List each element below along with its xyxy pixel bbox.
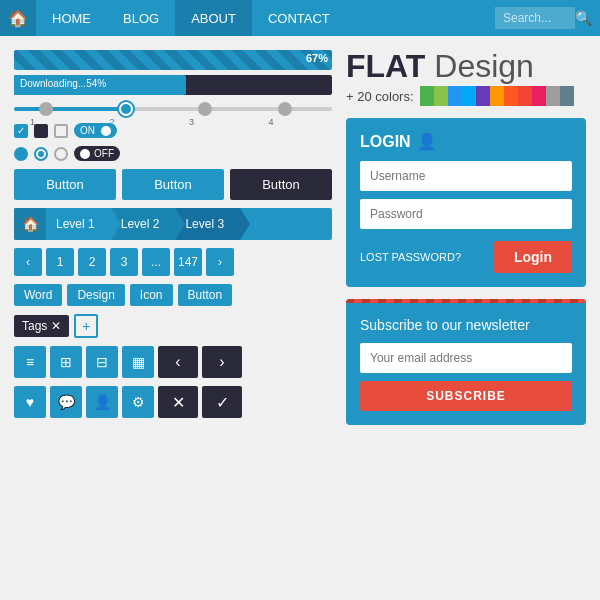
title-flat: FLAT <box>346 48 425 84</box>
tag-word[interactable]: Word <box>14 284 62 306</box>
pagination-next[interactable]: › <box>206 248 234 276</box>
newsletter-email-input[interactable] <box>360 343 572 373</box>
radio-empty[interactable] <box>54 147 68 161</box>
button-3[interactable]: Button <box>230 169 332 200</box>
password-input[interactable] <box>360 199 572 229</box>
breadcrumb-home-icon[interactable]: 🏠 <box>14 208 46 240</box>
lost-password-link[interactable]: LOST PASSWORD? <box>360 251 461 263</box>
toggle-knob-off <box>80 149 90 159</box>
nav-item-home[interactable]: HOME <box>36 0 107 36</box>
tag-remove-icon[interactable]: ✕ <box>51 319 61 333</box>
slider-label-1: 1 <box>30 117 35 127</box>
newsletter-box: Subscribe to our newsletter SUBSCRIBE <box>346 299 586 425</box>
close-btn[interactable]: ✕ <box>158 386 198 418</box>
slider-label-3: 3 <box>189 117 194 127</box>
search-icon[interactable]: 🔍 <box>575 10 592 26</box>
progress-bar-download <box>14 75 332 95</box>
nav-item-contact[interactable]: CONTACT <box>252 0 346 36</box>
subscribe-button[interactable]: SUBSCRIBE <box>360 381 572 411</box>
toggle-knob-on <box>101 126 111 136</box>
pagination-ellipsis[interactable]: ... <box>142 248 170 276</box>
right-panel: FLAT Design + 20 colors: <box>346 50 586 425</box>
slider-handle-1[interactable] <box>39 102 53 116</box>
settings-icon-btn[interactable]: ⚙ <box>122 386 154 418</box>
swatch-red <box>518 86 532 106</box>
navbar: 🏠 HOME BLOG ABOUT CONTACT 🔍 <box>0 0 600 36</box>
login-button[interactable]: Login <box>494 241 572 273</box>
swatch-green <box>420 86 434 106</box>
swatch-pink <box>532 86 546 106</box>
breadcrumb-level1[interactable]: Level 1 <box>46 208 111 240</box>
arrow-left-btn[interactable]: ‹ <box>158 346 198 378</box>
pagination-1[interactable]: 1 <box>46 248 74 276</box>
toggle-off-label: OFF <box>94 148 114 159</box>
radio-filled[interactable] <box>14 147 28 161</box>
toggle-off[interactable]: OFF <box>74 146 120 161</box>
title-design: Design <box>434 48 534 84</box>
username-input[interactable] <box>360 161 572 191</box>
swatch-grey <box>546 86 560 106</box>
slider-track[interactable]: 1 2 3 4 <box>14 107 332 111</box>
slider-handle-3[interactable] <box>198 102 212 116</box>
list-icon-btn[interactable]: ≡ <box>14 346 46 378</box>
nav-search-container: 🔍 <box>495 7 600 29</box>
colors-row: + 20 colors: <box>346 86 586 106</box>
grid-small-icon-btn[interactable]: ⊞ <box>50 346 82 378</box>
pagination: ‹ 1 2 3 ... 147 › <box>14 248 332 276</box>
slider-handle-4[interactable] <box>278 102 292 116</box>
tag-icon[interactable]: Icon <box>130 284 173 306</box>
chat-icon-btn[interactable]: 💬 <box>50 386 82 418</box>
swatch-bluegrey <box>560 86 574 106</box>
colors-label: + 20 colors: <box>346 89 414 104</box>
tag-add-button[interactable]: + <box>74 314 98 338</box>
arrow-right-btn[interactable]: › <box>202 346 242 378</box>
nav-home-icon[interactable]: 🏠 <box>0 0 36 36</box>
nav-item-about[interactable]: ABOUT <box>175 0 252 36</box>
search-input[interactable] <box>495 7 575 29</box>
user-icon: 👤 <box>417 132 437 151</box>
tags-row-2: Tags ✕ + <box>14 314 332 338</box>
pagination-2[interactable]: 2 <box>78 248 106 276</box>
newsletter-title: Subscribe to our newsletter <box>360 317 572 333</box>
button-2[interactable]: Button <box>122 169 224 200</box>
columns-icon-btn[interactable]: ▦ <box>122 346 154 378</box>
nav-item-blog[interactable]: BLOG <box>107 0 175 36</box>
icon-row-1: ≡ ⊞ ⊟ ▦ ‹ › <box>14 346 332 378</box>
pagination-prev[interactable]: ‹ <box>14 248 42 276</box>
pagination-147[interactable]: 147 <box>174 248 202 276</box>
login-title: LOGIN 👤 <box>360 132 572 151</box>
radio-row: OFF <box>14 146 332 161</box>
progress-bar-striped <box>14 50 332 70</box>
tag-removable-label: Tags <box>22 319 47 333</box>
toggle-on-label: ON <box>80 125 95 136</box>
progress-bar-fill <box>14 75 186 95</box>
checkbox-checked-blue[interactable]: ✓ <box>14 124 28 138</box>
slider-fill <box>14 107 125 111</box>
flat-design-title: FLAT Design + 20 colors: <box>346 50 586 106</box>
color-swatches <box>420 86 574 106</box>
tag-removable[interactable]: Tags ✕ <box>14 315 69 337</box>
radio-dot[interactable] <box>34 147 48 161</box>
login-label: LOGIN <box>360 133 411 151</box>
pagination-3[interactable]: 3 <box>110 248 138 276</box>
tag-button[interactable]: Button <box>178 284 233 306</box>
swatch-lightblue <box>462 86 476 106</box>
checkbox-empty[interactable] <box>54 124 68 138</box>
swatch-deeporange <box>504 86 518 106</box>
swatch-blue <box>448 86 462 106</box>
slider-handle-2[interactable] <box>119 102 133 116</box>
tag-design[interactable]: Design <box>67 284 124 306</box>
check-btn[interactable]: ✓ <box>202 386 242 418</box>
user-icon-btn[interactable]: 👤 <box>86 386 118 418</box>
swatch-lime <box>434 86 448 106</box>
login-box: LOGIN 👤 LOST PASSWORD? Login <box>346 118 586 287</box>
heart-icon-btn[interactable]: ♥ <box>14 386 46 418</box>
grid-large-icon-btn[interactable]: ⊟ <box>86 346 118 378</box>
breadcrumb: 🏠 Level 1 Level 2 Level 3 <box>14 208 332 240</box>
login-footer: LOST PASSWORD? Login <box>360 241 572 273</box>
main-content: 1 2 3 4 ✓ ON OFF <box>0 36 600 439</box>
button-1[interactable]: Button <box>14 169 116 200</box>
checkbox-row: ✓ ON <box>14 123 332 138</box>
checkbox-dark[interactable] <box>34 124 48 138</box>
left-panel: 1 2 3 4 ✓ ON OFF <box>14 50 332 425</box>
